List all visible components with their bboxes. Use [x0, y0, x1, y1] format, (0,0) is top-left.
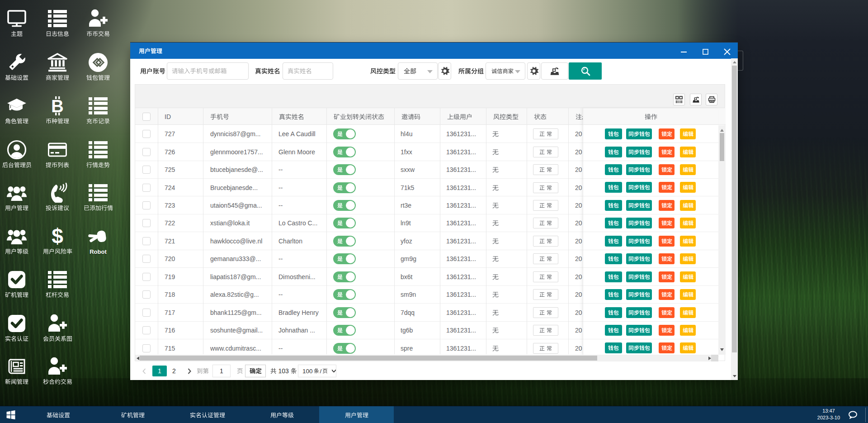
svg-text:B: B	[51, 97, 63, 116]
svg-text:$: $	[52, 226, 63, 246]
